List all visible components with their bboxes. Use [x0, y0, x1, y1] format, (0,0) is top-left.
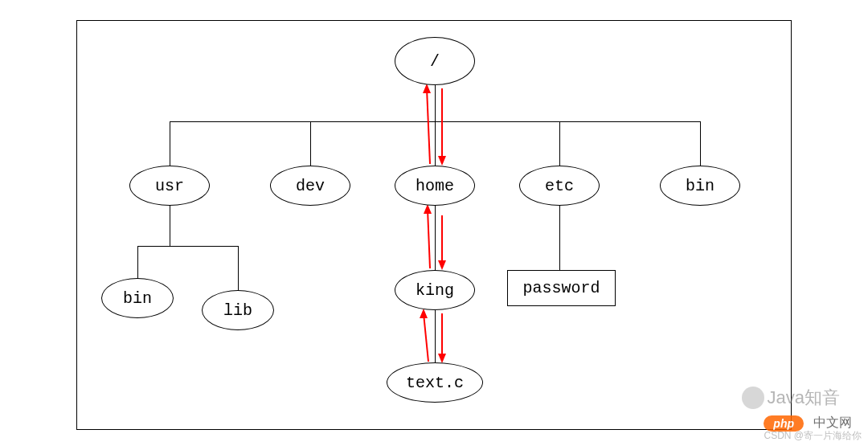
edge-etc-password: [559, 206, 560, 270]
edge-drop-usr: [170, 121, 170, 166]
wechat-icon: [742, 387, 764, 409]
svg-marker-9: [420, 309, 428, 318]
node-dev-label: dev: [296, 177, 325, 195]
node-etc: etc: [519, 166, 600, 206]
edge-drop-bin: [700, 121, 701, 166]
node-usr-label: usr: [155, 177, 184, 195]
svg-line-4: [428, 209, 430, 268]
node-root: /: [395, 37, 475, 85]
node-dev: dev: [270, 166, 350, 206]
node-usr: usr: [129, 166, 210, 206]
svg-line-8: [424, 313, 428, 362]
arrow-up-king-textc: [419, 309, 432, 365]
watermark-java-text: Java知音: [768, 386, 840, 410]
node-bin-root: bin: [660, 166, 740, 206]
node-root-label: /: [430, 52, 440, 71]
edge-drop-lib: [238, 246, 239, 290]
arrow-up-root-home: [421, 84, 436, 167]
arrow-up-home-king: [423, 204, 434, 272]
watermark-csdn: CSDN @寄一片海给你: [764, 429, 862, 443]
diagram-frame: / usr dev home etc bin bin lib king text…: [76, 20, 792, 430]
node-bin-usr-label: bin: [123, 289, 152, 308]
node-textc-label: text.c: [406, 374, 464, 392]
edge-usr-stem: [170, 206, 170, 246]
edge-drop-binusr: [137, 246, 138, 278]
node-king-label: king: [416, 281, 454, 300]
svg-marker-7: [438, 260, 446, 270]
arrow-down-king-textc: [437, 312, 448, 365]
node-home-label: home: [416, 177, 454, 195]
edge-home-king: [435, 206, 436, 270]
svg-marker-3: [438, 156, 446, 166]
svg-line-0: [427, 88, 430, 164]
node-textc: text.c: [387, 362, 483, 403]
arrow-down-root-home: [437, 87, 448, 167]
node-lib: lib: [202, 290, 274, 330]
node-lib-label: lib: [223, 301, 252, 320]
node-king: king: [395, 270, 475, 310]
arrow-down-home-king: [437, 214, 448, 272]
edge-drop-etc: [559, 121, 560, 166]
node-bin-root-label: bin: [686, 177, 714, 195]
edge-king-textc: [435, 310, 436, 362]
edge-usr-bar: [137, 246, 238, 247]
edge-drop-dev: [310, 121, 311, 166]
node-bin-usr: bin: [101, 278, 174, 318]
node-password: password: [507, 270, 616, 306]
node-password-label: password: [522, 279, 600, 297]
watermark-java-logo: Java知音: [742, 386, 840, 410]
node-etc-label: etc: [545, 177, 574, 195]
node-home: home: [395, 166, 475, 206]
